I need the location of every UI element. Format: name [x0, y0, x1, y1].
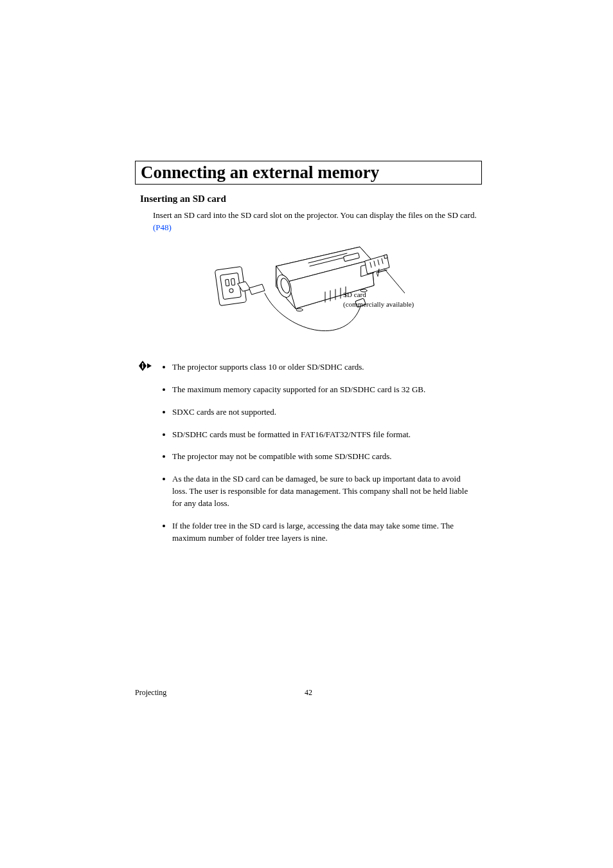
svg-marker-26: [147, 363, 152, 368]
note-item: The projector may not be compatible with…: [172, 451, 477, 463]
section-title: Connecting an external memory: [141, 162, 476, 183]
figure-label: SD card (commercially available): [343, 290, 414, 309]
projector-figure: SD card (commercially available): [212, 240, 405, 350]
section-title-box: Connecting an external memory: [135, 161, 482, 185]
svg-point-4: [229, 289, 234, 293]
figure-label-line1: SD card: [343, 291, 366, 298]
notes-list: The projector supports class 10 or older…: [162, 361, 477, 554]
note-item: If the folder tree in the SD card is lar…: [172, 520, 477, 545]
note-item: The maximum memory capacity supported fo…: [172, 384, 477, 396]
note-item: SDXC cards are not supported.: [172, 406, 477, 419]
intro-text: Insert an SD card into the SD card slot …: [153, 210, 477, 220]
svg-rect-25: [142, 365, 143, 368]
svg-rect-3: [231, 278, 235, 285]
note-item: SD/SDHC cards must be formatted in FAT16…: [172, 429, 477, 441]
svg-point-16: [296, 309, 303, 311]
footer-page-number: 42: [135, 688, 482, 698]
svg-point-24: [142, 363, 143, 365]
subheading: Inserting an SD card: [140, 194, 482, 204]
note-item: As the data in the SD card can be damage…: [172, 473, 477, 510]
figure-label-line2: (commercially available): [343, 300, 414, 308]
caution-icon: [139, 361, 153, 374]
page-reference-link[interactable]: (P48): [153, 222, 172, 232]
svg-rect-2: [226, 279, 229, 286]
note-item: The projector supports class 10 or older…: [172, 361, 477, 374]
svg-rect-1: [220, 273, 241, 300]
intro-paragraph: Insert an SD card into the SD card slot …: [153, 210, 477, 234]
